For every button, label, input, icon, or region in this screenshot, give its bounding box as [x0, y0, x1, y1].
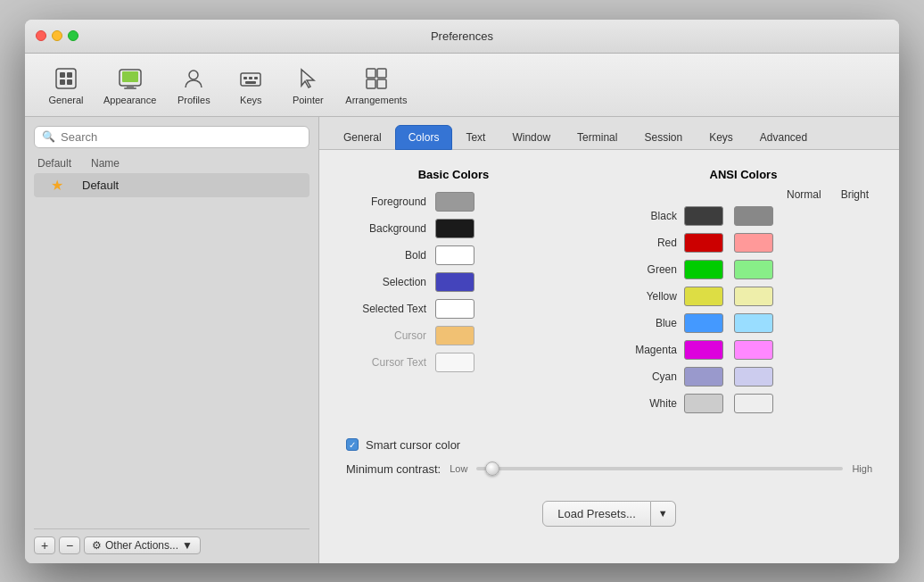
toolbar-item-arrangements[interactable]: Arrangements	[338, 61, 414, 109]
other-actions-button[interactable]: ⚙ Other Actions... ▼	[84, 536, 201, 554]
ansi-cyan-bright-swatch[interactable]	[734, 367, 773, 387]
search-input[interactable]	[61, 130, 301, 144]
ansi-blue-bright-swatch[interactable]	[734, 313, 773, 333]
svg-rect-0	[56, 69, 76, 88]
svg-rect-17	[367, 79, 375, 88]
ansi-cyan-swatches	[684, 367, 773, 387]
general-label: General	[48, 95, 83, 105]
ansi-subheader: Normal Bright	[615, 188, 872, 201]
colors-panel: Basic Colors Foreground Background Bold	[319, 150, 899, 563]
cursor-swatch[interactable]	[435, 326, 474, 345]
normal-label: Normal	[787, 188, 821, 201]
background-swatch[interactable]	[435, 219, 474, 238]
cursor-text-swatch[interactable]	[435, 353, 474, 372]
ansi-magenta-normal-swatch[interactable]	[684, 340, 723, 360]
search-box[interactable]: 🔍	[34, 126, 309, 148]
minimum-contrast-label: Minimum contrast:	[346, 462, 441, 476]
bold-swatch[interactable]	[435, 245, 474, 265]
chevron-down-icon: ▼	[182, 539, 193, 552]
ansi-white-bright-swatch[interactable]	[734, 394, 773, 413]
bold-row: Bold	[346, 245, 561, 265]
ansi-black-label: Black	[615, 210, 677, 222]
ansi-magenta-row: Magenta	[615, 340, 872, 360]
arrangements-icon	[362, 64, 391, 93]
toolbar-item-profiles[interactable]: Profiles	[167, 61, 220, 109]
foreground-label: Foreground	[346, 195, 426, 208]
tab-window[interactable]: Window	[499, 125, 564, 150]
add-profile-button[interactable]: +	[34, 536, 55, 554]
ansi-green-bright-swatch[interactable]	[734, 260, 773, 279]
maximize-button[interactable]	[68, 30, 78, 41]
contrast-slider-thumb[interactable]	[485, 461, 499, 476]
ansi-yellow-normal-swatch[interactable]	[684, 287, 723, 306]
load-presets-area: Load Presets... ▼	[346, 501, 872, 527]
keys-icon	[236, 64, 265, 93]
ansi-black-bright-swatch[interactable]	[734, 206, 773, 226]
ansi-black-swatches	[684, 206, 773, 226]
basic-colors-section: Basic Colors Foreground Background Bold	[346, 168, 561, 420]
list-item[interactable]: ★ Default	[34, 173, 309, 197]
ansi-yellow-swatches	[684, 287, 773, 306]
smart-cursor-checkbox[interactable]: ✓	[346, 438, 359, 451]
selected-text-label: Selected Text	[346, 303, 426, 315]
ansi-black-normal-swatch[interactable]	[684, 206, 723, 226]
ansi-white-row: White	[615, 394, 872, 413]
remove-profile-button[interactable]: −	[59, 536, 80, 554]
close-button[interactable]	[36, 30, 46, 41]
contrast-slider-track[interactable]	[476, 467, 843, 470]
svg-point-9	[189, 71, 198, 79]
toolbar-item-general[interactable]: General	[39, 61, 93, 109]
ansi-red-swatches	[684, 233, 773, 253]
tab-colors[interactable]: Colors	[395, 125, 453, 150]
basic-colors-title: Basic Colors	[346, 168, 561, 181]
other-actions-label: Other Actions...	[105, 539, 178, 552]
ansi-red-label: Red	[615, 237, 677, 249]
toolbar-item-keys[interactable]: Keys	[224, 61, 277, 109]
svg-rect-11	[243, 77, 247, 79]
ansi-yellow-bright-swatch[interactable]	[734, 287, 773, 306]
selection-swatch[interactable]	[435, 272, 474, 292]
bright-label: Bright	[841, 188, 869, 201]
gear-icon: ⚙	[92, 539, 102, 552]
ansi-blue-swatches	[684, 313, 773, 333]
smart-cursor-row: ✓ Smart cursor color	[346, 438, 872, 452]
tab-terminal[interactable]: Terminal	[564, 125, 631, 150]
ansi-magenta-bright-swatch[interactable]	[734, 340, 773, 360]
ansi-blue-normal-swatch[interactable]	[684, 313, 723, 333]
load-presets-button[interactable]: Load Presets...	[542, 501, 650, 527]
ansi-white-normal-swatch[interactable]	[684, 394, 723, 413]
toolbar-item-pointer[interactable]: Pointer	[281, 61, 334, 109]
keys-label: Keys	[240, 95, 261, 105]
ansi-cyan-normal-swatch[interactable]	[684, 367, 723, 387]
tab-session[interactable]: Session	[631, 125, 696, 150]
tab-keys[interactable]: Keys	[696, 125, 747, 150]
cursor-text-row: Cursor Text	[346, 353, 561, 372]
ansi-magenta-label: Magenta	[615, 344, 677, 356]
toolbar-item-appearance[interactable]: Appearance	[96, 61, 163, 109]
ansi-blue-label: Blue	[615, 317, 677, 329]
name-column-header: Name	[91, 157, 120, 170]
pointer-icon	[293, 64, 322, 93]
high-label: High	[852, 463, 872, 474]
profile-name: Default	[82, 179, 119, 192]
foreground-swatch[interactable]	[435, 192, 474, 212]
ansi-red-bright-swatch[interactable]	[734, 233, 773, 253]
tab-text[interactable]: Text	[452, 125, 499, 150]
search-icon: 🔍	[42, 130, 55, 143]
tab-advanced[interactable]: Advanced	[747, 125, 821, 150]
preferences-window: Preferences General Appearance Profiles	[25, 20, 899, 563]
ansi-green-normal-swatch[interactable]	[684, 260, 723, 279]
foreground-row: Foreground	[346, 192, 561, 212]
toolbar: General Appearance Profiles Keys Pointer	[25, 54, 899, 117]
bold-label: Bold	[346, 249, 426, 262]
ansi-black-row: Black	[615, 206, 872, 226]
sidebar: 🔍 Default Name ★ Default + − ⚙ Other Act…	[25, 117, 319, 563]
ansi-green-label: Green	[615, 263, 677, 276]
load-presets-dropdown-button[interactable]: ▼	[651, 501, 676, 527]
selected-text-swatch[interactable]	[435, 299, 474, 319]
svg-rect-16	[377, 69, 386, 78]
ansi-red-normal-swatch[interactable]	[684, 233, 723, 253]
minimize-button[interactable]	[52, 30, 62, 41]
tab-general[interactable]: General	[330, 125, 395, 150]
ansi-cyan-label: Cyan	[615, 370, 677, 383]
